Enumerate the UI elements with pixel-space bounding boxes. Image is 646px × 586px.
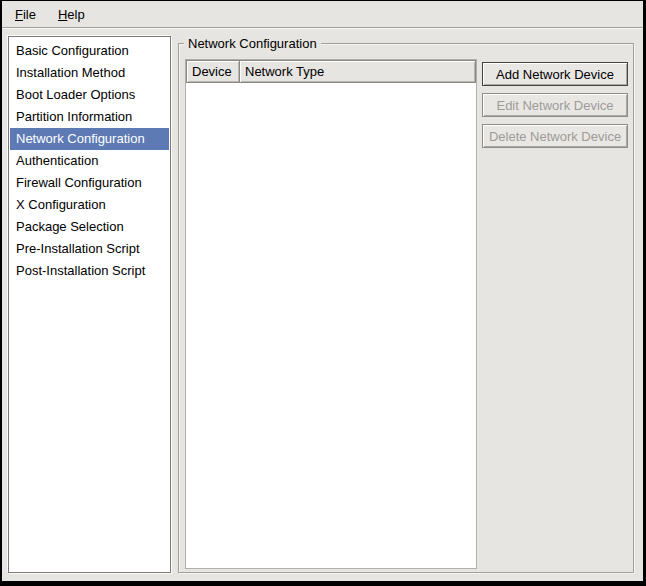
sidebar-item-network-configuration[interactable]: Network Configuration bbox=[10, 128, 169, 150]
table-body-empty[interactable] bbox=[186, 83, 476, 568]
app-window: File Help Basic Configuration Installati… bbox=[0, 0, 646, 586]
sidebar-item-authentication[interactable]: Authentication bbox=[10, 150, 169, 172]
window-body: File Help Basic Configuration Installati… bbox=[2, 1, 643, 581]
menu-help[interactable]: Help bbox=[47, 1, 96, 27]
sidebar-item-partition-information[interactable]: Partition Information bbox=[10, 106, 169, 128]
delete-network-device-button[interactable]: Delete Network Device bbox=[482, 124, 628, 148]
sidebar-item-installation-method[interactable]: Installation Method bbox=[10, 62, 169, 84]
section-list: Basic Configuration Installation Method … bbox=[8, 36, 171, 573]
sidebar-item-package-selection[interactable]: Package Selection bbox=[10, 216, 169, 238]
network-device-table: Device Network Type bbox=[185, 59, 477, 569]
sidebar-item-post-installation-script[interactable]: Post-Installation Script bbox=[10, 260, 169, 282]
menubar: File Help bbox=[2, 1, 643, 28]
menu-file[interactable]: File bbox=[4, 1, 47, 27]
sidebar-item-basic-configuration[interactable]: Basic Configuration bbox=[10, 40, 169, 62]
frame-title: Network Configuration bbox=[184, 35, 321, 52]
sidebar-item-x-configuration[interactable]: X Configuration bbox=[10, 194, 169, 216]
column-header-network-type[interactable]: Network Type bbox=[239, 60, 476, 83]
table-header-row: Device Network Type bbox=[186, 60, 476, 83]
column-header-device[interactable]: Device bbox=[186, 60, 240, 83]
sidebar-item-firewall-configuration[interactable]: Firewall Configuration bbox=[10, 172, 169, 194]
sidebar-item-pre-installation-script[interactable]: Pre-Installation Script bbox=[10, 238, 169, 260]
edit-network-device-button[interactable]: Edit Network Device bbox=[482, 93, 628, 117]
add-network-device-button[interactable]: Add Network Device bbox=[482, 62, 628, 86]
network-configuration-frame: Network Configuration Device Network Typ… bbox=[178, 43, 634, 573]
device-action-buttons: Add Network Device Edit Network Device D… bbox=[482, 62, 628, 148]
sidebar-item-boot-loader-options[interactable]: Boot Loader Options bbox=[10, 84, 169, 106]
